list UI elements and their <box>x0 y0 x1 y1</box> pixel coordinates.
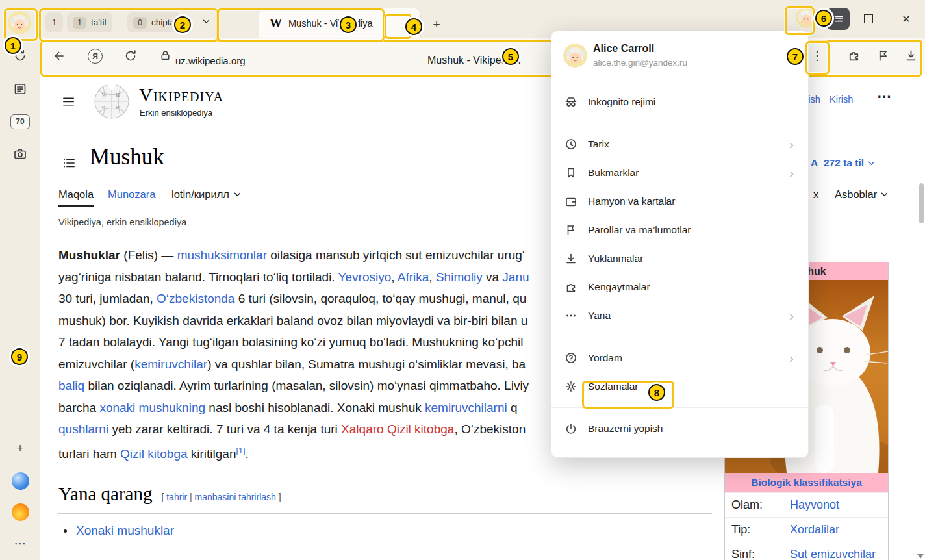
menu-item-label: Sozlamalar <box>588 381 794 392</box>
sidebar-more-icon[interactable]: ⋯ <box>0 535 40 551</box>
more-icon <box>564 309 577 322</box>
wiki-more-icon[interactable]: ⋯ <box>877 88 892 105</box>
taxobox-row-label: Olam: <box>725 498 790 512</box>
tab-group-label: ta'til <box>91 18 107 27</box>
menu-item-passwords[interactable]: Parollar va ma’lumotlar <box>551 216 808 244</box>
wiki-wordmark[interactable]: Vikipediya <box>139 84 223 106</box>
close-browser-icon <box>564 422 577 435</box>
wiki-link[interactable]: O‘zbekistonda <box>157 292 234 305</box>
passwords-icon[interactable] <box>876 49 891 63</box>
refresh-button[interactable] <box>123 49 138 63</box>
taxobox-rows: Olam:HayvonotTip:XordalilarSinf:Sut emiz… <box>725 492 888 560</box>
wiki-text: Mushuklar <box>58 248 120 262</box>
menu-item-settings[interactable]: Sozlamalar <box>551 372 808 401</box>
score-badge[interactable]: 70 <box>0 114 40 129</box>
svg-text:w: w <box>116 104 120 110</box>
tools-menu[interactable]: Asboblar <box>835 188 888 201</box>
maximize-icon <box>864 14 873 23</box>
sidebar-add-icon[interactable]: + <box>0 440 40 456</box>
menu-item-help[interactable]: Yordam› <box>551 344 808 372</box>
back-button[interactable] <box>52 49 66 63</box>
wikipedia-logo[interactable]: WИωw <box>94 83 130 120</box>
section-divider <box>58 513 712 514</box>
tab-group-collapsed[interactable]: 1 <box>45 12 63 32</box>
wiki-text: nasl boshi hisoblanadi. Xonaki mushuk <box>205 401 425 414</box>
wiki-text: , <box>391 270 398 284</box>
menu-item-downloads[interactable]: Yuklanmalar <box>551 244 808 273</box>
downloads-icon[interactable] <box>904 49 919 63</box>
lock-icon[interactable] <box>159 49 173 64</box>
address-domain[interactable]: uz.wikipedia.org <box>175 55 246 66</box>
article-title: Mushuk <box>90 144 164 170</box>
downloads-icon <box>564 252 577 265</box>
wiki-text: . <box>245 447 248 461</box>
browser-logo-icon[interactable] <box>0 472 40 490</box>
profile-avatar <box>563 44 587 68</box>
menu-item-more[interactable]: Yana› <box>551 301 808 330</box>
scrollbar-thumb[interactable] <box>919 183 924 223</box>
wiki-text: 7 tadan bolalaydi. Yangi tug‘ilgan bolas… <box>58 335 523 349</box>
profile-header[interactable]: Alice Carroll alice.the.girl@yandex.ru <box>551 31 808 81</box>
more-vertical-icon[interactable]: ⋮ <box>810 49 824 63</box>
taxobox-row-value[interactable]: Sut emizuvchilar <box>790 548 876 560</box>
menu-item-history[interactable]: Tarix› <box>551 130 808 159</box>
see-also-link[interactable]: Xonaki mushuklar <box>76 524 174 538</box>
tab-variant-selector[interactable]: lotin/кирилл <box>171 188 241 201</box>
wiki-link[interactable]: Qizil kitobga <box>120 447 188 461</box>
menu-item-bookmarks[interactable]: Bukmarklar› <box>551 159 808 187</box>
profile-avatar[interactable] <box>8 11 31 34</box>
wiki-link[interactable]: Xalqaro Qizil kitobga <box>341 422 454 436</box>
yandex-search-icon[interactable]: Я <box>88 49 102 63</box>
language-selector[interactable]: 272 ta til <box>824 157 875 169</box>
tools-partial-text: x <box>813 188 818 201</box>
tab-talk[interactable]: Munozara <box>108 188 155 201</box>
tab-group-chipta[interactable]: 0 chipta <box>127 12 181 32</box>
wiki-text: q <box>507 401 518 414</box>
new-tab-button[interactable]: + <box>427 16 446 34</box>
wiki-link[interactable]: Yevrosiyo <box>338 270 392 284</box>
taxobox-row-value[interactable]: Hayvonot <box>790 498 839 512</box>
menu-item-extensions[interactable]: Kengaytmalar <box>551 273 808 301</box>
contents-list-icon[interactable] <box>62 156 76 170</box>
chevron-down-icon[interactable] <box>203 19 210 24</box>
edit-link[interactable]: tahrir <box>166 492 187 502</box>
screenshot-icon[interactable] <box>0 146 40 162</box>
maximize-button[interactable] <box>859 10 878 27</box>
wiki-text: yeb zarar keltiradi. 7 turi va 4 ta kenj… <box>108 422 341 436</box>
edit-source-link[interactable]: manbasini tahrirlash <box>195 492 276 502</box>
wiki-link[interactable]: Afrika <box>398 270 429 284</box>
wiki-wordmark-subtitle: Erkin ensiklopediya <box>140 108 212 118</box>
callout-7: 7 <box>787 48 804 65</box>
account-avatar[interactable] <box>796 7 817 28</box>
scroll-down-icon[interactable] <box>917 554 924 559</box>
wiki-link[interactable]: xonaki mushukning <box>99 401 205 414</box>
tab-group-tatil[interactable]: 1 ta'til <box>67 12 112 32</box>
services-logo-icon[interactable] <box>0 503 40 521</box>
wiki-text: turlari ham <box>58 447 120 461</box>
wiki-menu-icon[interactable] <box>62 95 75 108</box>
collections-icon[interactable] <box>0 81 40 97</box>
menu-item-incognito[interactable]: Inkognito rejimi <box>551 88 808 116</box>
menu-item-close-browser[interactable]: Brauzerni yopish <box>551 414 808 443</box>
wiki-link[interactable]: Janu <box>502 270 529 284</box>
taxobox-row-value[interactable]: Xordalilar <box>790 523 839 537</box>
login-link[interactable]: Kirish <box>830 94 853 105</box>
wiki-link[interactable]: kemiruvchilarni <box>425 401 507 414</box>
wiki-link[interactable]: qushlarni <box>58 422 108 436</box>
close-window-button[interactable]: ✕ <box>897 10 915 27</box>
wiki-link[interactable]: baliq <box>58 379 84 392</box>
extensions-icon[interactable] <box>847 49 861 63</box>
wiki-link[interactable]: kemiruvchilar <box>134 357 207 371</box>
taxobox-row: Sinf:Sut emizuvchilar <box>725 542 888 560</box>
browser-sidebar: 70 + ⋯ <box>0 0 41 560</box>
menu-divider <box>551 407 808 408</box>
wiki-text: , O‘zbekiston <box>454 422 526 436</box>
wiki-link[interactable]: mushuksimonlar <box>177 248 267 262</box>
menu-item-wallet[interactable]: Hamyon va kartalar <box>551 187 808 216</box>
wiki-link[interactable]: Shimoliy <box>436 270 483 284</box>
svg-text:И: И <box>116 92 120 98</box>
tab-article[interactable]: Maqola <box>58 188 94 207</box>
menu-item-label: Tarix <box>588 138 779 150</box>
taxobox-section-header[interactable]: Biologik klassifikatsiya <box>725 473 888 492</box>
wiki-link[interactable]: [1] <box>236 446 246 455</box>
